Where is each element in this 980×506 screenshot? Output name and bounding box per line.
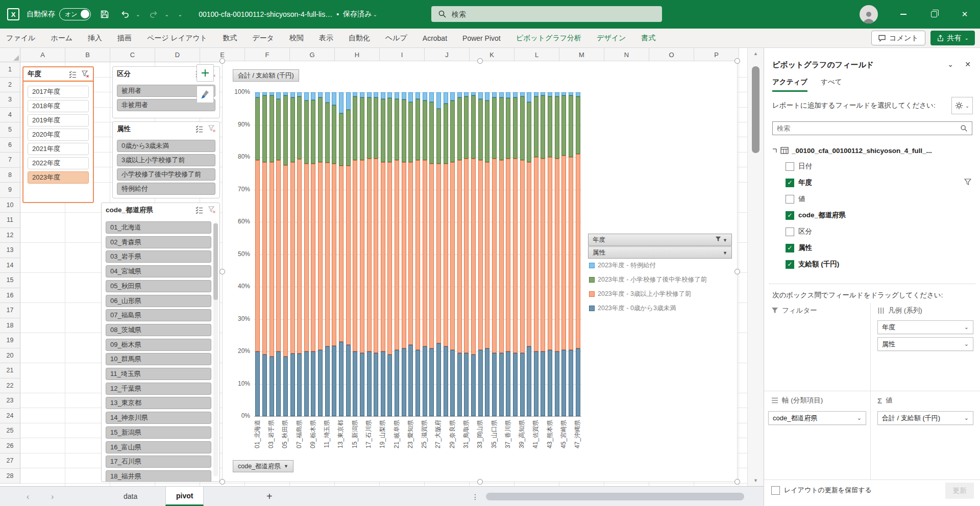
legend-area-item-属性[interactable]: 属性⌄ (877, 337, 973, 351)
row-header-27[interactable]: 27 (0, 453, 20, 469)
field-checkbox-code_都道府県[interactable]: ✓ (786, 211, 794, 220)
row-header-2[interactable]: 2 (0, 78, 20, 93)
slicer-item-02_青森県[interactable]: 02_青森県 (106, 236, 211, 248)
close-button[interactable]: ✕ (949, 0, 980, 29)
row-header-25[interactable]: 25 (0, 423, 20, 439)
slicer-item-05_秋田県[interactable]: 05_秋田県 (106, 280, 211, 292)
ribbon-tab-Power Pivot[interactable]: Power Pivot (462, 34, 501, 42)
pane-tab-すべて[interactable]: すべて (821, 78, 842, 92)
slicer-item-13_東京都[interactable]: 13_東京都 (106, 397, 211, 409)
scroll-up-icon[interactable]: ▲ (748, 51, 764, 56)
slicer-item-特例給付[interactable]: 特例給付 (117, 183, 215, 195)
row-header-3[interactable]: 3 (0, 92, 20, 108)
row-header-16[interactable]: 16 (0, 288, 20, 303)
chart-resize-handle[interactable] (219, 269, 225, 274)
chart-resize-handle[interactable] (477, 479, 483, 485)
chart-resize-handle[interactable] (477, 58, 483, 64)
slicer-item-0歳から3歳未満[interactable]: 0歳から3歳未満 (117, 140, 215, 152)
row-header-4[interactable]: 4 (0, 108, 20, 123)
row-header-20[interactable]: 20 (0, 348, 20, 364)
scroll-down-icon[interactable]: ▼ (748, 478, 764, 483)
row-header-1[interactable]: 1 (0, 62, 20, 78)
field-checkbox-年度[interactable]: ✓ (786, 179, 794, 187)
slicer-item-2023年度[interactable]: 2023年度 (28, 171, 89, 184)
ribbon-tab-ページ レイアウト[interactable]: ページ レイアウト (147, 34, 207, 43)
row-header-9[interactable]: 9 (0, 183, 20, 198)
row-header-28[interactable]: 28 (0, 469, 20, 484)
chart-value-field-button[interactable]: 合計 / 支給額 (千円) (233, 69, 299, 82)
column-header-B[interactable]: B (65, 48, 110, 62)
slicer-item-06_山形県[interactable]: 06_山形県 (106, 295, 211, 307)
sheet-tab-pivot[interactable]: pivot (165, 487, 204, 506)
field-row-日付[interactable]: 日付 (772, 158, 972, 174)
clear-filter-icon[interactable] (80, 69, 91, 80)
slicer-item-09_栃木県[interactable]: 09_栃木県 (106, 339, 211, 351)
column-header-A[interactable]: A (20, 48, 65, 62)
ribbon-tab-校閲[interactable]: 校閲 (289, 34, 304, 43)
column-header-F[interactable]: F (245, 48, 290, 62)
sheet-tab-data[interactable]: data (113, 487, 148, 506)
slicer-item-18_福井県[interactable]: 18_福井県 (106, 470, 211, 482)
chart-elements-button[interactable] (197, 64, 214, 82)
undo-caret[interactable]: ⌄ (136, 12, 140, 17)
slicer-item-2020年度[interactable]: 2020年度 (28, 129, 89, 141)
pane-chevron-down-icon[interactable]: ⌄ (947, 60, 953, 68)
slicer-item-12_千葉県[interactable]: 12_千葉県 (106, 383, 211, 395)
chart-axis-field-button[interactable]: code_都道府県 ▼ (233, 460, 293, 472)
slicer-item-2019年度[interactable]: 2019年度 (28, 114, 89, 127)
slicer-item-04_宮城県[interactable]: 04_宮城県 (106, 265, 211, 277)
row-header-11[interactable]: 11 (0, 213, 20, 228)
column-header-H[interactable]: H (335, 48, 380, 62)
chart-resize-handle[interactable] (219, 479, 225, 485)
row-header-14[interactable]: 14 (0, 258, 20, 273)
ribbon-tab-自動化[interactable]: 自動化 (349, 34, 370, 43)
defer-layout-checkbox[interactable] (771, 486, 780, 495)
row-header-13[interactable]: 13 (0, 243, 20, 258)
fields-search-input[interactable] (772, 121, 972, 135)
slicer-nendo[interactable]: 年度2017年度2018年度2019年度2020年度2021年度2022年度20… (22, 66, 94, 203)
ribbon-tab-デザイン[interactable]: デザイン (597, 34, 626, 43)
column-header-C[interactable]: C (110, 48, 155, 62)
legend-area-item-年度[interactable]: 年度⌄ (877, 320, 973, 334)
update-button[interactable]: 更新 (945, 483, 974, 499)
slicer-item-2017年度[interactable]: 2017年度 (28, 86, 89, 98)
tools-button[interactable]: ⌄ (951, 97, 973, 114)
field-row-区分[interactable]: 区分 (772, 223, 972, 240)
field-checkbox-値[interactable] (786, 195, 794, 204)
column-header-N[interactable]: N (604, 48, 649, 62)
autosave-toggle[interactable]: オン (59, 8, 91, 20)
slicer-item-17_石川県[interactable]: 17_石川県 (106, 456, 211, 468)
slicer-item-15_新潟県[interactable]: 15_新潟県 (106, 426, 211, 439)
slicer-item-03_岩手県[interactable]: 03_岩手県 (106, 250, 211, 263)
row-header-7[interactable]: 7 (0, 153, 20, 168)
pane-close-icon[interactable]: ✕ (965, 60, 971, 68)
slicer-item-07_福島県[interactable]: 07_福島県 (106, 309, 211, 321)
field-row-値[interactable]: 値 (772, 191, 972, 207)
clear-filter-icon[interactable] (207, 123, 217, 134)
column-header-D[interactable]: D (155, 48, 200, 62)
column-header-G[interactable]: G (290, 48, 335, 62)
slicer-item-2022年度[interactable]: 2022年度 (28, 157, 89, 169)
slicer-item-10_群馬県[interactable]: 10_群馬県 (106, 353, 211, 365)
chart-resize-handle[interactable] (734, 269, 740, 274)
row-header-19[interactable]: 19 (0, 333, 20, 348)
slicer-pref[interactable]: code_都道府県01_北海道02_青森県03_岩手県04_宮城県05_秋田県0… (101, 203, 220, 482)
user-avatar[interactable] (860, 5, 878, 23)
column-header-I[interactable]: I (380, 48, 425, 62)
chart-resize-handle[interactable] (734, 479, 740, 485)
prev-sheet-icon[interactable]: ‹ (27, 487, 29, 506)
next-sheet-icon[interactable]: › (51, 487, 54, 506)
vertical-scroll-thumb[interactable] (752, 66, 760, 153)
row-header-23[interactable]: 23 (0, 393, 20, 409)
column-header-J[interactable]: J (425, 48, 470, 62)
row-header-15[interactable]: 15 (0, 273, 20, 288)
ribbon-tab-描画[interactable]: 描画 (117, 34, 132, 43)
slicer-zokusei[interactable]: 属性0歳から3歳未満3歳以上小学校修了前小学校修了後中学校修了前特例給付 (112, 121, 220, 198)
legend-entry[interactable]: 2023年度 - 特例給付 (589, 261, 707, 270)
excel-app-icon[interactable]: X (7, 8, 19, 20)
ribbon-tab-ファイル[interactable]: ファイル (6, 34, 35, 43)
ribbon-tab-表示[interactable]: 表示 (319, 34, 333, 43)
restore-button[interactable] (919, 0, 949, 29)
row-header-21[interactable]: 21 (0, 363, 20, 378)
column-header-L[interactable]: L (514, 48, 559, 62)
